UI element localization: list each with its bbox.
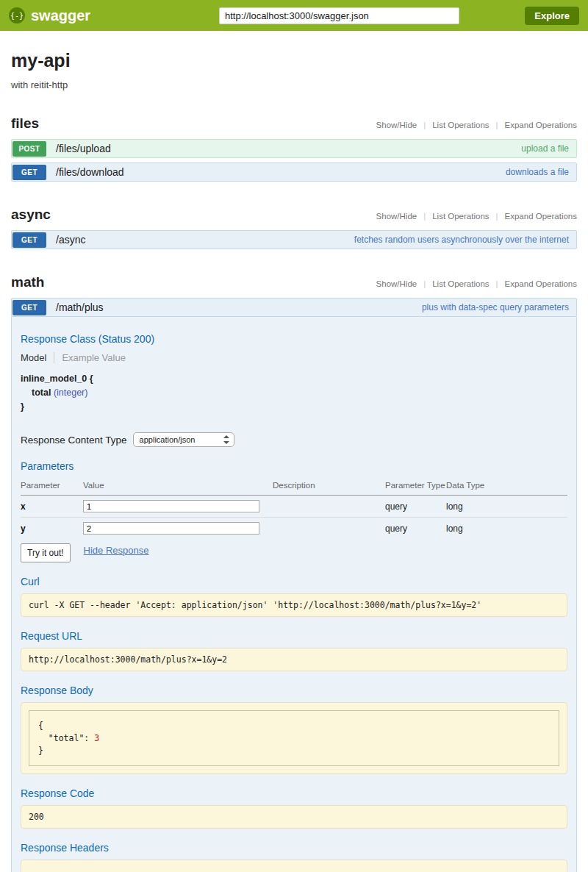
- parameter-type: query: [385, 518, 446, 540]
- operation-detail-panel: Response Class (Status 200) Model Exampl…: [11, 317, 577, 872]
- method-badge: GET: [12, 165, 46, 180]
- method-badge: GET: [12, 300, 46, 315]
- expand-operations-link[interactable]: Expand Operations: [505, 121, 577, 129]
- swagger-logo-icon: {-}: [9, 7, 25, 24]
- column-header-description: Description: [273, 478, 385, 496]
- parameters-heading: Parameters: [21, 460, 567, 472]
- swagger-logo-text: swagger: [31, 7, 90, 24]
- section-title: files: [11, 115, 39, 132]
- model-signature: inline_model_0 { total (integer) }: [21, 372, 567, 413]
- list-operations-link[interactable]: List Operations: [432, 279, 489, 288]
- api-title: my-api: [11, 50, 577, 71]
- model-open-line: inline_model_0 {: [21, 372, 567, 386]
- column-header-parameter-type: Parameter Type: [385, 478, 446, 496]
- link-separator: |: [423, 212, 426, 221]
- model-close-line: }: [21, 400, 567, 414]
- column-header-value: Value: [83, 478, 273, 496]
- link-separator: |: [496, 279, 498, 288]
- operation-row[interactable]: GET /files/download downloads a file: [11, 162, 577, 182]
- explore-button[interactable]: Explore: [525, 7, 579, 25]
- expand-operations-link[interactable]: Expand Operations: [505, 279, 577, 288]
- response-body-heading: Response Body: [21, 685, 567, 696]
- parameter-row-y: y query long: [21, 518, 567, 540]
- try-it-out-button[interactable]: Try it out!: [21, 543, 71, 562]
- api-description: with reitit-http: [11, 79, 577, 90]
- parameter-name: x: [21, 496, 83, 518]
- link-separator: |: [423, 279, 426, 288]
- response-headers-block: { "date": "Sun, 21 Oct 2018 20:07:29 GMT…: [21, 860, 567, 872]
- show-hide-link[interactable]: Show/Hide: [376, 212, 417, 221]
- parameter-description: [273, 496, 385, 518]
- top-bar: {-} swagger Explore: [0, 0, 588, 31]
- curl-heading: Curl: [21, 576, 567, 587]
- section-header-async: async Show/Hide | List Operations | Expa…: [11, 207, 577, 223]
- response-content-type-row: Response Content Type application/json: [21, 432, 567, 447]
- operation-summary-link[interactable]: plus with data-spec query parameters: [422, 302, 576, 312]
- operation-row[interactable]: GET /async fetches random users asynchro…: [11, 230, 577, 249]
- response-body-json: { "total": 3 }: [29, 710, 559, 766]
- response-code-heading: Response Code: [21, 787, 567, 799]
- parameter-type: query: [385, 496, 446, 518]
- json-key: "total":: [38, 733, 94, 743]
- list-operations-link[interactable]: List Operations: [432, 212, 489, 221]
- response-code-value: 200: [21, 805, 567, 829]
- parameter-data-type: long: [446, 496, 567, 518]
- request-url-heading: Request URL: [21, 630, 567, 642]
- swagger-logo[interactable]: {-} swagger: [9, 7, 119, 24]
- json-close-brace: }: [38, 745, 550, 757]
- response-body-block: { "total": 3 }: [21, 702, 567, 774]
- operation-row[interactable]: POST /files/upload upload a file: [11, 139, 577, 158]
- parameters-table: Parameter Value Description Parameter Ty…: [21, 478, 567, 539]
- model-property: total (integer): [21, 386, 567, 400]
- method-badge: GET: [12, 232, 46, 248]
- column-header-data-type: Data Type: [446, 478, 567, 496]
- link-separator: |: [496, 121, 498, 129]
- parameter-x-input[interactable]: [83, 500, 259, 512]
- section-title: math: [11, 274, 44, 290]
- expanded-operation: GET /math/plus plus with data-spec query…: [11, 298, 577, 872]
- curl-command: curl -X GET --header 'Accept: applicatio…: [21, 593, 567, 617]
- section-header-files: files Show/Hide | List Operations | Expa…: [11, 115, 577, 132]
- operation-path-link[interactable]: /files/download: [56, 166, 124, 178]
- operation-summary-link[interactable]: downloads a file: [506, 167, 576, 177]
- response-content-type-label: Response Content Type: [21, 435, 127, 446]
- link-separator: |: [496, 212, 498, 221]
- tab-model[interactable]: Model: [21, 352, 54, 363]
- tab-example-value[interactable]: Example Value: [54, 352, 125, 363]
- expand-operations-link[interactable]: Expand Operations: [505, 212, 577, 221]
- method-badge: POST: [12, 141, 46, 157]
- spec-url-input[interactable]: [219, 7, 459, 24]
- operation-path-link[interactable]: /async: [56, 234, 85, 246]
- parameter-row-x: x query long: [21, 496, 567, 518]
- json-total-line: "total": 3: [38, 732, 550, 745]
- list-operations-link[interactable]: List Operations: [432, 121, 489, 129]
- section-title: async: [11, 207, 51, 223]
- json-number-value: 3: [94, 733, 99, 743]
- operation-summary-link[interactable]: fetches random users asynchronously over…: [354, 235, 576, 245]
- operation-path-link[interactable]: /files/upload: [56, 143, 111, 154]
- operation-row[interactable]: GET /math/plus plus with data-spec query…: [11, 298, 577, 317]
- column-header-parameter: Parameter: [21, 478, 83, 496]
- response-content-type-select[interactable]: application/json: [133, 432, 234, 447]
- link-separator: |: [423, 121, 426, 129]
- operation-path-link[interactable]: /math/plus: [56, 301, 104, 313]
- request-url-value: http://localhost:3000/math/plus?x=1&y=2: [21, 648, 567, 671]
- response-class-heading: Response Class (Status 200): [21, 333, 567, 345]
- parameter-data-type: long: [446, 518, 567, 540]
- operation-summary-link[interactable]: upload a file: [521, 143, 576, 154]
- response-headers-heading: Response Headers: [21, 842, 567, 854]
- model-tabs: Model Example Value: [21, 352, 567, 363]
- parameter-y-input[interactable]: [83, 522, 259, 535]
- property-type: (integer): [54, 387, 88, 398]
- json-open-brace: {: [38, 720, 550, 732]
- hide-response-link[interactable]: Hide Response: [84, 545, 149, 556]
- show-hide-link[interactable]: Show/Hide: [376, 279, 417, 288]
- property-name: total: [32, 387, 51, 398]
- parameter-description: [273, 518, 385, 540]
- show-hide-link[interactable]: Show/Hide: [376, 121, 417, 129]
- parameter-name: y: [21, 518, 83, 540]
- section-header-math: math Show/Hide | List Operations | Expan…: [11, 274, 577, 290]
